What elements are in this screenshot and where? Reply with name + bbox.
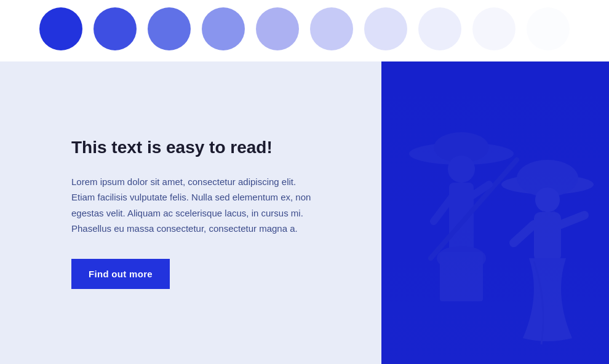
color-circle-4 (202, 7, 245, 50)
left-panel: This text is easy to read! Lorem ipsum d… (0, 61, 381, 364)
color-circle-5 (256, 7, 299, 50)
find-out-more-button[interactable]: Find out more (71, 259, 170, 289)
color-circle-3 (148, 7, 191, 50)
right-panel (381, 61, 609, 364)
main-heading: This text is easy to read! (71, 136, 344, 159)
color-circle-10 (527, 7, 570, 50)
color-circle-8 (418, 7, 461, 50)
body-text: Lorem ipsum dolor sit amet, consectetur … (71, 174, 317, 237)
circles-row (0, 0, 609, 61)
color-circle-1 (39, 7, 82, 50)
color-circle-6 (310, 7, 353, 50)
color-circle-7 (364, 7, 407, 50)
color-circle-2 (94, 7, 137, 50)
image-overlay (381, 61, 609, 364)
color-circle-9 (472, 7, 515, 50)
bottom-section: This text is easy to read! Lorem ipsum d… (0, 61, 609, 364)
